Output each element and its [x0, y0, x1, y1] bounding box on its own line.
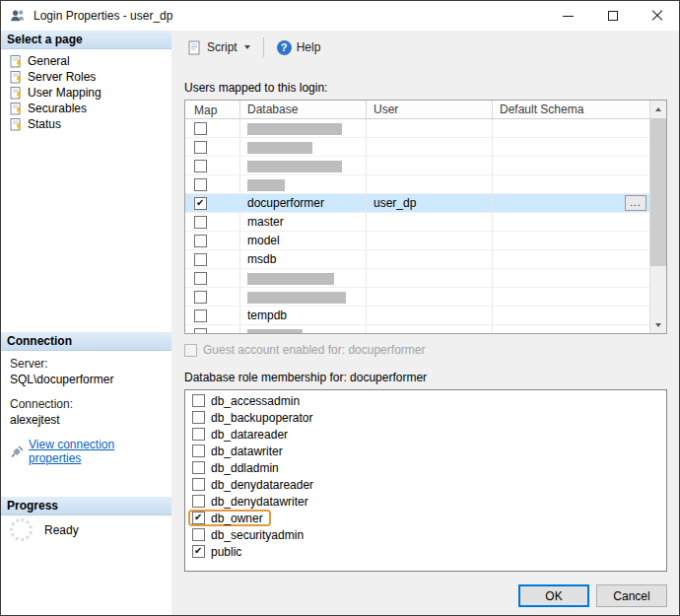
role-item-db-denydatareader[interactable]: db_denydatareader: [188, 476, 666, 493]
user-cell: [367, 175, 493, 193]
table-row[interactable]: [185, 138, 649, 157]
browse-schema-button[interactable]: ...: [625, 195, 646, 211]
map-checkbox[interactable]: [194, 141, 207, 154]
map-cell: [185, 213, 240, 231]
map-checkbox[interactable]: [194, 216, 207, 229]
map-checkbox[interactable]: [194, 272, 207, 285]
role-item-db-datareader[interactable]: db_datareader: [188, 426, 666, 443]
map-checkbox[interactable]: [194, 309, 207, 322]
role-checkbox[interactable]: [192, 411, 205, 424]
role-item-inner: db_datawriter: [188, 443, 291, 459]
progress-status-row: Ready: [10, 518, 79, 541]
sidebar-item-general[interactable]: General: [1, 53, 171, 69]
table-row[interactable]: [185, 175, 649, 194]
role-item-db-ddladmin[interactable]: db_ddladmin: [188, 459, 666, 476]
scrollbar-thumb[interactable]: [650, 118, 666, 266]
column-header-map[interactable]: Map: [185, 101, 240, 118]
sidebar-item-securables[interactable]: Securables: [1, 101, 171, 116]
db-owner-highlight-annotation: db_owner: [188, 510, 271, 526]
redacted-text-block: [247, 273, 334, 285]
role-checkbox[interactable]: [192, 461, 205, 474]
role-checkbox[interactable]: [192, 478, 205, 491]
map-cell: [185, 250, 240, 268]
map-checkbox[interactable]: [194, 160, 207, 172]
view-connection-properties-row: View connection properties: [10, 438, 168, 465]
role-checkbox[interactable]: [192, 545, 205, 558]
role-checkbox[interactable]: [192, 394, 205, 407]
role-item-db-datawriter[interactable]: db_datawriter: [188, 443, 666, 459]
map-checkbox[interactable]: [194, 328, 207, 334]
map-checkbox[interactable]: [194, 197, 207, 210]
maximize-button[interactable]: [590, 1, 635, 31]
view-connection-properties-link[interactable]: View connection properties: [29, 438, 168, 465]
scroll-down-button[interactable]: [650, 316, 666, 333]
role-checkbox[interactable]: [192, 512, 205, 524]
dialog-content: Select a page General Server Roles User …: [1, 31, 679, 615]
table-header-row: Map Database User Default Schema: [185, 101, 649, 119]
sidebar-item-server-roles[interactable]: Server Roles: [1, 69, 171, 85]
map-checkbox[interactable]: [194, 178, 207, 191]
database-cell: docuperformer: [240, 194, 367, 212]
login-properties-dialog: Login Properties - user_dp Select a page…: [0, 0, 680, 616]
schema-cell: [493, 232, 649, 249]
connection-value: alexejtest: [10, 413, 168, 427]
role-item-db-backupoperator[interactable]: db_backupoperator: [188, 409, 666, 426]
close-button[interactable]: [635, 1, 679, 31]
table-row-tempdb[interactable]: tempdb: [185, 307, 649, 325]
sidebar-item-user-mapping[interactable]: User Mapping: [1, 85, 171, 101]
help-button[interactable]: ? Help: [269, 35, 329, 60]
table-row[interactable]: [185, 119, 649, 138]
sidebar-item-status[interactable]: Status: [1, 116, 171, 132]
role-item-public[interactable]: public: [188, 543, 666, 560]
user-cell: [367, 213, 493, 231]
role-checkbox[interactable]: [192, 428, 205, 441]
ok-button[interactable]: OK: [518, 584, 589, 607]
table-row[interactable]: [185, 288, 649, 307]
column-header-database[interactable]: Database: [240, 101, 367, 118]
page-icon: [10, 118, 23, 131]
role-item-db-denydatawriter[interactable]: db_denydatawriter: [188, 493, 666, 510]
map-checkbox[interactable]: [194, 253, 207, 266]
schema-cell: [493, 175, 649, 193]
column-header-default-schema[interactable]: Default Schema: [493, 101, 649, 118]
database-cell: master: [240, 213, 367, 231]
table-row[interactable]: [185, 269, 649, 288]
table-row-msdb[interactable]: msdb: [185, 250, 649, 269]
cancel-button[interactable]: Cancel: [596, 584, 667, 607]
minimize-button[interactable]: [546, 1, 590, 31]
table-row[interactable]: [185, 157, 649, 175]
map-checkbox[interactable]: [194, 122, 207, 135]
progress-status-text: Ready: [44, 523, 79, 537]
script-button[interactable]: Script: [179, 35, 258, 60]
role-item-inner: db_denydatawriter: [188, 493, 316, 510]
maximize-icon: [608, 11, 618, 21]
map-cell: [185, 138, 240, 156]
user-cell: [367, 232, 493, 249]
redacted-text-block: [247, 142, 312, 154]
table-row-docuperformer[interactable]: docuperformer user_dp ...: [185, 194, 649, 213]
role-label: db_ddladmin: [211, 461, 279, 475]
role-checkbox[interactable]: [192, 528, 205, 541]
role-checkbox[interactable]: [192, 445, 205, 457]
scroll-up-button[interactable]: [650, 101, 666, 117]
user-cell: [367, 288, 493, 306]
database-cell: [240, 175, 367, 193]
window-controls: [546, 1, 679, 31]
script-icon: [187, 40, 202, 55]
column-header-user[interactable]: User: [367, 101, 493, 118]
sidebar-item-label: User Mapping: [28, 86, 102, 100]
role-checkbox[interactable]: [192, 495, 205, 508]
arrow-down-icon: [655, 323, 661, 327]
table-row-model[interactable]: model: [185, 232, 649, 250]
role-item-db-accessadmin[interactable]: db_accessadmin: [188, 392, 666, 409]
role-item-db-owner[interactable]: db_owner: [188, 510, 666, 526]
table-vertical-scrollbar[interactable]: [649, 101, 666, 333]
table-row-master[interactable]: master: [185, 213, 649, 232]
schema-cell: [493, 119, 649, 137]
map-checkbox[interactable]: [194, 291, 207, 304]
table-row[interactable]: [185, 325, 649, 334]
role-item-db-securityadmin[interactable]: db_securityadmin: [188, 526, 666, 543]
sidebar-item-label: Server Roles: [28, 70, 96, 84]
database-cell: [240, 288, 367, 306]
map-checkbox[interactable]: [194, 235, 207, 247]
